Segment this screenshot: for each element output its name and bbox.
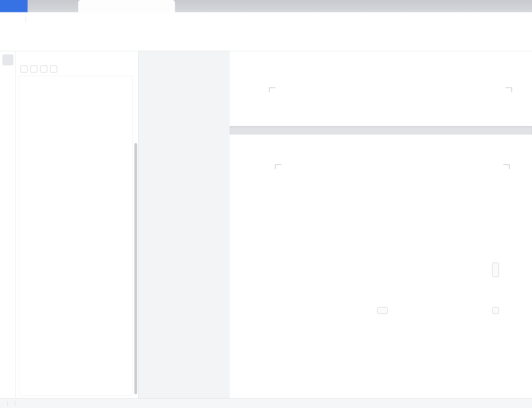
chevron-up-icon — [32, 67, 36, 71]
toc-scrollbar[interactable] — [134, 143, 137, 394]
toc-icon — [4, 56, 11, 64]
toc-toolbar — [16, 61, 138, 75]
document-page-8[interactable] — [230, 134, 532, 398]
margin-corner-mark — [269, 88, 275, 92]
checkbox-x-icon — [34, 401, 40, 406]
file-menu-button[interactable] — [6, 15, 22, 22]
margin-corner-mark — [506, 88, 512, 92]
quick-access-toolbar — [29, 14, 105, 24]
customize-toolbar-caret[interactable] — [101, 14, 105, 24]
checkbox-checked-icon — [19, 401, 24, 406]
folder-check-icon — [4, 71, 11, 78]
add-row-button[interactable] — [377, 307, 388, 314]
minus-icon — [52, 67, 56, 71]
chevron-down-icon — [260, 61, 263, 65]
chevron-down-icon — [22, 67, 26, 71]
smart-toc-button[interactable] — [126, 66, 134, 72]
preview-icon — [64, 15, 71, 22]
print-icon — [53, 15, 60, 22]
toc-panel — [16, 51, 139, 398]
export-icon — [42, 15, 48, 22]
review-ribbon — [0, 25, 532, 51]
new-tab-button[interactable] — [175, 0, 187, 12]
wps-writer-window — [0, 0, 532, 408]
hamburger-icon — [9, 15, 16, 22]
rail-bookmark-button[interactable] — [2, 84, 13, 95]
document-page-7[interactable] — [230, 51, 532, 126]
search-icon — [4, 100, 11, 108]
collapse-all-button[interactable] — [30, 65, 37, 73]
document-canvas — [139, 51, 532, 398]
save-icon — [31, 15, 37, 22]
undo-icon — [75, 15, 82, 22]
add-column-button[interactable] — [492, 263, 499, 277]
page-settings-icon — [250, 59, 258, 67]
export-button[interactable] — [40, 14, 50, 24]
plus-icon — [381, 309, 385, 313]
docer-logo-icon — [32, 3, 39, 9]
chevron-down-icon — [84, 17, 88, 20]
print-button[interactable] — [51, 14, 61, 24]
command-search[interactable] — [132, 16, 139, 22]
tab-docer[interactable] — [28, 0, 78, 12]
print-preview-button[interactable] — [62, 14, 72, 24]
undo-history-caret[interactable] — [84, 14, 88, 24]
toc-list — [19, 76, 133, 396]
search-icon — [132, 16, 137, 22]
missing-font-icon — [48, 401, 54, 406]
plus-icon — [42, 67, 46, 71]
table-resize-handle[interactable] — [492, 307, 499, 314]
page-gap — [230, 126, 532, 134]
undo-button[interactable] — [73, 14, 83, 24]
redo-icon — [91, 15, 98, 22]
divider — [7, 401, 8, 406]
spellcheck-toggle[interactable] — [19, 401, 31, 406]
menu-bar — [0, 12, 532, 25]
smart-robot-icon — [126, 66, 132, 72]
collapse-level-button[interactable] — [50, 65, 57, 73]
expand-level-button[interactable] — [40, 65, 47, 73]
margin-corner-mark — [275, 164, 281, 169]
wps-writer-icon — [83, 3, 89, 9]
redo-button[interactable] — [90, 14, 99, 24]
proofread-toggle[interactable] — [34, 401, 41, 406]
bookmark-icon — [4, 86, 11, 93]
divider — [15, 401, 15, 406]
divider — [26, 16, 26, 22]
close-toc-icon[interactable] — [127, 56, 133, 61]
window-mode-icon[interactable] — [156, 3, 162, 9]
tab-home[interactable] — [0, 0, 28, 12]
rail-check-button[interactable] — [2, 69, 13, 80]
tab-bar — [0, 0, 532, 12]
rail-toc-button[interactable] — [2, 54, 13, 65]
save-button[interactable] — [29, 14, 39, 24]
plus-icon — [494, 268, 498, 272]
rail-search-button[interactable] — [2, 98, 13, 109]
margin-corner-mark — [503, 164, 510, 169]
chevron-down-icon — [101, 17, 104, 20]
chevron-down-icon — [28, 402, 31, 405]
status-bar — [0, 398, 532, 408]
table-move-handle[interactable] — [266, 223, 273, 229]
missing-font-indicator[interactable] — [48, 401, 55, 406]
page-settings-button[interactable] — [250, 59, 263, 67]
expand-all-button[interactable] — [20, 65, 28, 73]
tab-document[interactable] — [78, 0, 175, 12]
sidebar-rail — [0, 51, 16, 398]
close-tab-icon[interactable] — [164, 3, 170, 9]
resize-icon — [494, 309, 498, 313]
